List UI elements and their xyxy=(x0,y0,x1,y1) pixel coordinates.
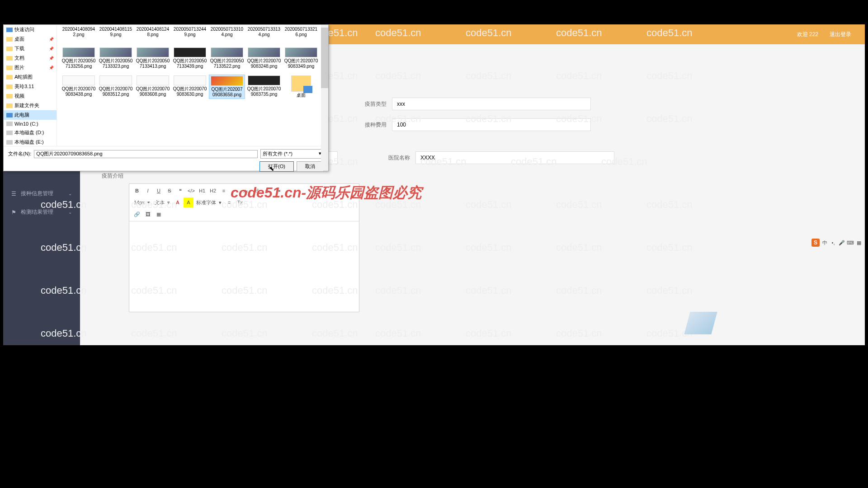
file-name: QQ图片20200709083349.png xyxy=(284,58,318,69)
file-item[interactable]: QQ图片20200709083349.png xyxy=(283,47,319,70)
ol-button[interactable]: ≡ xyxy=(219,186,229,196)
file-item[interactable]: QQ图片20200709083512.png xyxy=(98,75,134,99)
cancel-button[interactable]: 取消 xyxy=(297,161,324,172)
file-thumb xyxy=(248,75,280,85)
cursor-icon: ⬉ xyxy=(269,165,274,172)
ime-lang-button[interactable]: 中 xyxy=(821,239,828,246)
file-item[interactable]: 桌面 xyxy=(283,75,319,99)
font-size-select[interactable]: 14px ▾ xyxy=(132,199,152,206)
file-item[interactable]: QQ图片20200709083658.png xyxy=(209,75,245,99)
nav-label: 本地磁盘 (E:) xyxy=(14,139,44,145)
ime-grid-icon[interactable]: ▦ xyxy=(855,239,863,246)
chevron-down-icon: ⌄ xyxy=(68,191,72,196)
nav-item[interactable]: 此电脑 xyxy=(4,110,57,120)
font-color-button[interactable]: A xyxy=(173,197,183,207)
nav-item[interactable]: A蛇插图 xyxy=(4,72,57,82)
table-button[interactable]: ▦ xyxy=(154,209,164,219)
file-item[interactable]: QQ图片20200709083248.png xyxy=(246,47,282,70)
filetype-select[interactable]: 所有文件 (*.*)▾ xyxy=(260,149,324,159)
file-name: QQ图片20200507133323.png xyxy=(99,58,133,69)
bg-color-button[interactable]: A xyxy=(184,197,193,207)
file-item[interactable]: QQ图片20200709083630.png xyxy=(172,75,208,99)
file-item[interactable]: 20200507132449.png xyxy=(172,26,208,38)
quote-button[interactable]: ❝ xyxy=(175,186,185,196)
dialog-footer: 文件名(N): 所有文件 (*.*)▾ 打开(O) 取消 xyxy=(4,146,328,174)
bold-button[interactable]: B xyxy=(132,186,142,196)
ime-keyboard-icon[interactable]: ⌨ xyxy=(847,239,854,246)
file-thumb xyxy=(174,75,206,85)
open-button[interactable]: 打开(O) xyxy=(259,161,294,172)
image-button[interactable]: 🖼 xyxy=(143,209,153,219)
file-item[interactable]: QQ图片20200709083438.png xyxy=(61,75,97,99)
nav-label: 快速访问 xyxy=(14,26,34,33)
folder-icon xyxy=(6,94,13,99)
fee-input[interactable] xyxy=(392,118,591,131)
sidebar-item-results[interactable]: ⚑ 检测结果管理 ⌄ xyxy=(3,203,80,221)
link-button[interactable]: 🔗 xyxy=(132,209,142,219)
hospital-name-input[interactable] xyxy=(415,151,614,164)
nav-item[interactable]: 视频 xyxy=(4,91,57,101)
filename-input[interactable] xyxy=(34,150,258,158)
nav-item[interactable]: 快速访问 xyxy=(4,25,57,34)
vaccine-type-label: 疫苗类型 xyxy=(359,100,387,108)
editor-content[interactable] xyxy=(129,221,359,312)
nav-item[interactable]: 本地磁盘 (E:) xyxy=(4,137,57,146)
file-item[interactable]: 20200414081248.png xyxy=(135,26,171,38)
code-button[interactable]: </> xyxy=(186,186,196,196)
nav-item[interactable]: Win10 (C:) xyxy=(4,120,57,128)
file-item[interactable]: 20200507133134.png xyxy=(246,26,282,38)
file-item[interactable]: QQ图片20200507133256.png xyxy=(61,47,97,70)
nav-item[interactable]: 本地磁盘 (D:) xyxy=(4,128,57,137)
file-thumb xyxy=(99,75,132,85)
file-name: 20200507133134.png xyxy=(247,27,281,38)
h1-button[interactable]: H1 xyxy=(197,186,207,196)
underline-button[interactable]: U xyxy=(154,186,164,196)
file-name: QQ图片20200507133256.png xyxy=(61,58,96,69)
sidebar-item-vaccination[interactable]: ☰ 接种信息管理 ⌄ xyxy=(3,184,80,203)
file-item[interactable]: QQ图片20200507133439.png xyxy=(172,47,208,70)
pin-icon: 📌 xyxy=(49,47,54,51)
file-name: QQ图片20200709083608.png xyxy=(136,86,170,97)
file-name: QQ图片20200709083248.png xyxy=(247,58,281,69)
file-thumb xyxy=(248,47,280,57)
file-name: 20200507133104.png xyxy=(210,27,244,38)
drive-icon xyxy=(6,140,13,145)
nav-item[interactable]: 文档📌 xyxy=(4,53,57,63)
file-item[interactable]: 20200507133104.png xyxy=(209,26,245,38)
file-item[interactable]: QQ图片20200709083735.png xyxy=(246,75,282,99)
drive-icon xyxy=(6,122,13,126)
font-family-select[interactable]: 标准字体 ▾ xyxy=(194,198,223,207)
file-item[interactable]: QQ图片20200507133413.png xyxy=(135,47,171,70)
nav-label: 本地磁盘 (D:) xyxy=(14,129,44,136)
file-name: 20200507132449.png xyxy=(173,27,207,38)
pin-icon: 📌 xyxy=(49,56,54,61)
folder-icon xyxy=(6,75,13,80)
ime-logo-icon[interactable]: S xyxy=(811,239,820,247)
file-item[interactable]: QQ图片20200709083608.png xyxy=(135,75,171,99)
nav-item[interactable]: 新建文件夹 xyxy=(4,101,57,110)
style-select[interactable]: 文本 ▾ xyxy=(153,198,172,207)
grid-scrollbar[interactable] xyxy=(321,25,328,146)
folder-icon xyxy=(6,56,13,61)
ime-mic-icon[interactable]: 🎤 xyxy=(838,239,845,246)
file-item[interactable]: 20200414081159.png xyxy=(98,26,134,38)
file-item[interactable]: 20200507133216.png xyxy=(283,26,319,38)
nav-label: 下载 xyxy=(14,45,24,52)
file-item[interactable]: 20200414080942.png xyxy=(61,26,97,38)
italic-button[interactable]: I xyxy=(143,186,153,196)
strike-button[interactable]: S xyxy=(165,186,175,196)
nav-item[interactable]: 桌面📌 xyxy=(4,34,57,44)
ime-punct-icon[interactable]: •, xyxy=(830,239,837,246)
file-item[interactable]: QQ图片20200507133323.png xyxy=(98,47,134,70)
logout-link[interactable]: 退出登录 xyxy=(830,31,851,38)
ime-toolbar: S 中 •, 🎤 ⌨ ▦ xyxy=(811,239,863,247)
nav-item[interactable]: 图片📌 xyxy=(4,63,57,72)
nav-item[interactable]: 下载📌 xyxy=(4,44,57,53)
vaccine-type-input[interactable] xyxy=(392,98,591,110)
h2-button[interactable]: H2 xyxy=(208,186,218,196)
folder-icon xyxy=(6,47,13,51)
pin-icon: 📌 xyxy=(49,37,54,42)
file-item[interactable]: QQ图片20200507133522.png xyxy=(209,47,245,70)
file-thumb xyxy=(137,47,169,57)
nav-item[interactable]: 美玲3.11 xyxy=(4,82,57,91)
